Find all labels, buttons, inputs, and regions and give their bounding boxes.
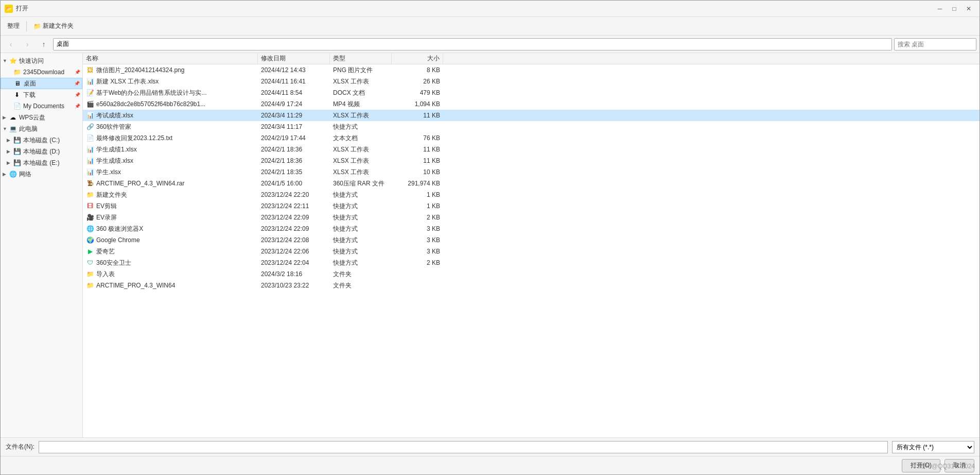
dialog-icon: 📂	[5, 5, 13, 13]
col-header-type[interactable]: 类型	[330, 53, 392, 64]
driveE-icon: 💾	[13, 159, 21, 167]
file-date-cell: 2023/12/24 22:09	[258, 223, 330, 234]
file-type-cell: 文件夹	[330, 268, 392, 280]
file-name-cell: 📄 最终修改回复2023.12.25.txt	[83, 132, 258, 144]
organize-button[interactable]: 整理	[3, 19, 24, 33]
table-row[interactable]: 📁 导入表 2024/3/2 18:16 文件夹	[83, 268, 979, 280]
sidebar-label-driveD: 本地磁盘 (D:)	[23, 147, 60, 156]
table-row[interactable]: 📄 最终修改回复2023.12.25.txt 2024/2/19 17:44 文…	[83, 132, 979, 144]
table-row[interactable]: 🎥 EV录屏 2023/12/24 22:09 快捷方式 2 KB	[83, 212, 979, 223]
expand-arrow-quickaccess: ▼	[3, 58, 9, 63]
file-name-text: 新建文件夹	[96, 191, 127, 199]
file-size-cell: 291,974 KB	[392, 178, 443, 189]
title-bar: 📂 打开 ─ □ ✕	[1, 1, 979, 17]
maximize-button[interactable]: □	[948, 3, 961, 14]
table-row[interactable]: 🌍 Google Chrome 2023/12/24 22:08 快捷方式 3 …	[83, 234, 979, 246]
file-type-icon: 🖼	[86, 66, 94, 74]
col-header-size[interactable]: 大小	[392, 53, 443, 64]
file-type-icon: 📊	[86, 157, 94, 165]
file-size-cell: 10 KB	[392, 166, 443, 178]
toolbar: 整理 📁 新建文件夹	[1, 17, 979, 36]
table-row[interactable]: 🖼 微信图片_20240412144324.png 2024/4/12 14:4…	[83, 64, 979, 76]
file-size-cell: 1 KB	[392, 189, 443, 200]
table-row[interactable]: 🗜 ARCTIME_PRO_4.3_WIN64.rar 2024/1/5 16:…	[83, 178, 979, 189]
main-area: ▼ ⭐ 快速访问 📁 2345Download 📌 🖥 桌面 📌 ⬇ 下载	[1, 53, 979, 437]
file-name-cell: 📊 考试成绩.xlsx	[83, 110, 258, 121]
filename-label: 文件名(N):	[6, 443, 34, 451]
table-row[interactable]: 🎬 e560a28dc2e8b57052f64bb76c829b1... 202…	[83, 98, 979, 110]
filename-input[interactable]	[39, 441, 888, 453]
table-row[interactable]: 📊 学生成绩.xlsx 2024/2/1 18:36 XLSX 工作表 11 K…	[83, 155, 979, 166]
file-name-cell: 📊 学生.xlsx	[83, 166, 258, 178]
pin-icon-downloads: 📌	[75, 92, 80, 97]
back-button[interactable]: ‹	[4, 38, 18, 50]
sidebar-item-driveE[interactable]: ▶ 💾 本地磁盘 (E:)	[1, 157, 82, 168]
table-row[interactable]: 🎞 EV剪辑 2023/12/24 22:11 快捷方式 1 KB	[83, 200, 979, 212]
table-row[interactable]: 📊 学生成绩1.xlsx 2024/2/1 18:36 XLSX 工作表 11 …	[83, 144, 979, 155]
expand-arrow-network: ▶	[3, 172, 9, 177]
file-type-icon: 📊	[86, 111, 94, 120]
table-row[interactable]: ▶ 爱奇艺 2023/12/24 22:06 快捷方式 3 KB	[83, 246, 979, 257]
file-name-text: EV剪辑	[96, 202, 117, 211]
file-size-cell: 1 KB	[392, 200, 443, 212]
cancel-button[interactable]: 取消	[944, 459, 974, 472]
minimize-button[interactable]: ─	[933, 3, 947, 14]
sidebar-item-wps[interactable]: ▶ ☁ WPS云盘	[1, 112, 82, 123]
sidebar-label-network: 网络	[19, 170, 31, 179]
table-row[interactable]: 🌐 360 极速浏览器X 2023/12/24 22:09 快捷方式 3 KB	[83, 223, 979, 234]
sidebar-item-driveC[interactable]: ▶ 💾 本地磁盘 (C:)	[1, 134, 82, 146]
sidebar-item-network[interactable]: ▶ 🌐 网络	[1, 168, 82, 180]
table-row[interactable]: 📁 新建文件夹 2023/12/24 22:20 快捷方式 1 KB	[83, 189, 979, 200]
file-type-cell: 快捷方式	[330, 223, 392, 234]
forward-button[interactable]: ›	[20, 38, 34, 50]
address-input[interactable]	[53, 38, 892, 50]
open-button[interactable]: 打开(O)	[902, 459, 940, 472]
file-name-text: 基于Web的办公用品销售系统设计与实...	[96, 89, 206, 97]
table-row[interactable]: 🔗 360软件管家 2024/3/4 11:17 快捷方式	[83, 121, 979, 132]
sidebar-item-2345download[interactable]: 📁 2345Download 📌	[1, 66, 82, 78]
toolbar-separator	[26, 21, 27, 31]
file-size-cell	[392, 268, 443, 280]
sidebar-item-desktop[interactable]: 🖥 桌面 📌	[1, 78, 82, 89]
file-type-icon: 📊	[86, 145, 94, 154]
file-list-header: 名称 修改日期 类型 大小	[83, 53, 979, 64]
sidebar-item-downloads[interactable]: ⬇ 下载 📌	[1, 89, 82, 100]
file-name-cell: 🎞 EV剪辑	[83, 200, 258, 212]
sidebar-item-quickaccess[interactable]: ▼ ⭐ 快速访问	[1, 55, 82, 66]
up-button[interactable]: ↑	[37, 38, 51, 50]
file-name-text: 新建 XLSX 工作表.xlsx	[96, 77, 159, 86]
pin-icon-mydocs: 📌	[75, 104, 80, 109]
expand-arrow-thispc: ▼	[3, 126, 9, 131]
file-name-cell: 🔗 360软件管家	[83, 121, 258, 132]
file-type-cell: XLSX 工作表	[330, 155, 392, 166]
wps-icon: ☁	[9, 113, 17, 122]
table-row[interactable]: 📝 基于Web的办公用品销售系统设计与实... 2024/4/11 8:54 D…	[83, 87, 979, 98]
file-type-icon: 📝	[86, 89, 94, 97]
table-row[interactable]: 📊 新建 XLSX 工作表.xlsx 2024/4/11 16:41 XLSX …	[83, 76, 979, 87]
file-name-cell: 📁 新建文件夹	[83, 189, 258, 200]
mydocs-icon: 📄	[13, 102, 21, 110]
quickaccess-label: 快速访问	[19, 57, 44, 65]
file-type-cell: XLSX 工作表	[330, 76, 392, 87]
file-type-cell: 360压缩 RAR 文件	[330, 178, 392, 189]
table-row[interactable]: 📊 考试成绩.xlsx 2024/3/4 11:29 XLSX 工作表 11 K…	[83, 110, 979, 121]
table-row[interactable]: 🛡 360安全卫士 2023/12/24 22:04 快捷方式 2 KB	[83, 257, 979, 268]
new-folder-button[interactable]: 📁 新建文件夹	[29, 19, 78, 33]
file-type-icon: 🌐	[86, 225, 94, 233]
col-header-date[interactable]: 修改日期	[258, 53, 330, 64]
table-row[interactable]: 📁 ARCTIME_PRO_4.3_WIN64 2023/10/23 23:22…	[83, 280, 979, 291]
file-type-icon: 🗜	[86, 179, 94, 188]
close-button[interactable]: ✕	[962, 3, 975, 14]
file-type-cell: MP4 视频	[330, 98, 392, 110]
filetype-select[interactable]: 所有文件 (*.*)	[892, 441, 974, 453]
file-size-cell: 8 KB	[392, 64, 443, 76]
file-name-cell: 🖼 微信图片_20240412144324.png	[83, 64, 258, 76]
table-row[interactable]: 📊 学生.xlsx 2024/2/1 18:35 XLSX 工作表 10 KB	[83, 166, 979, 178]
sidebar-item-thispc[interactable]: ▼ 💻 此电脑	[1, 123, 82, 134]
file-name-text: 360软件管家	[96, 123, 131, 131]
col-header-name[interactable]: 名称	[83, 53, 258, 64]
file-name-cell: 📊 学生成绩1.xlsx	[83, 144, 258, 155]
search-input[interactable]	[894, 38, 976, 50]
sidebar-item-mydocs[interactable]: 📄 My Documents 📌	[1, 100, 82, 112]
sidebar-item-driveD[interactable]: ▶ 💾 本地磁盘 (D:)	[1, 146, 82, 157]
